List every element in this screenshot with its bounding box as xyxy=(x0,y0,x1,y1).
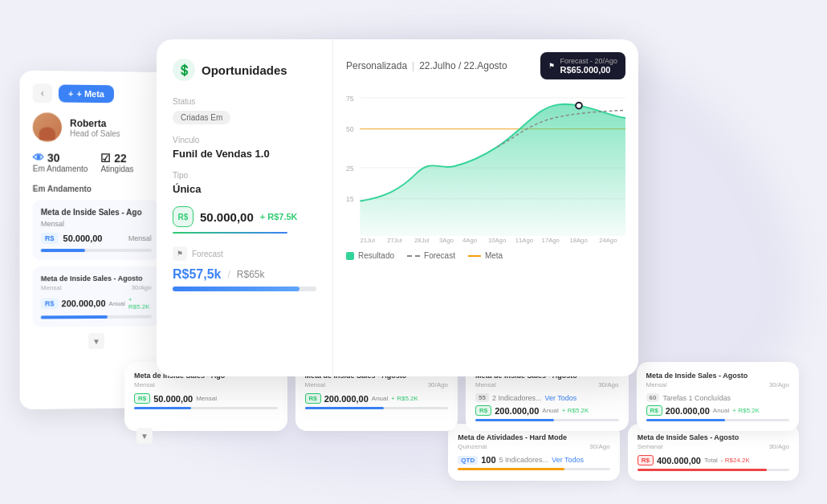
chart-container: 75 50 25 15 xyxy=(346,86,625,246)
chart-header: Personalizada | 22.Julho / 22.Agosto ⚑ F… xyxy=(346,52,625,79)
progress-fill-1 xyxy=(41,249,85,252)
ver-todos-link[interactable]: Ver Todos xyxy=(544,394,576,402)
status-field: Status Criadas Em xyxy=(173,97,316,124)
svg-text:27Jul: 27Jul xyxy=(387,237,402,244)
bottom-cards-row2: Meta de Atividades - Hard Mode Quinzenal… xyxy=(269,424,799,481)
legend-resultado: Resultado xyxy=(346,251,394,260)
svg-text:25: 25 xyxy=(346,165,354,173)
stat-atingidas: ☑ 22 Atingidas xyxy=(100,152,133,173)
tooltip-icon: ⚑ xyxy=(548,62,555,70)
oport-icon: 💲 xyxy=(173,59,195,81)
bottom-card-4: Meta de Inside Sales - Agosto Mensal 30/… xyxy=(637,362,800,431)
goal-card-1: Meta de Inside Sales - Ago Mensal R$ 50.… xyxy=(33,200,160,260)
svg-text:11Ago: 11Ago xyxy=(515,237,533,244)
user-card: Roberta Head of Sales xyxy=(33,112,160,142)
forecast-progress-fill xyxy=(173,287,299,291)
goal-card-2: Meta de Inside Sales - Agosto Mensal 30/… xyxy=(33,266,160,327)
oport-title: Oportunidades xyxy=(202,63,287,77)
stats-row: 👁 30 Em Andamento ☑ 22 Atingidas xyxy=(33,151,160,173)
svg-text:3Ago: 3Ago xyxy=(439,237,454,244)
svg-text:17Ago: 17Ago xyxy=(542,237,560,244)
bc-progress-2 xyxy=(305,407,449,409)
bc-progress-4 xyxy=(646,419,790,421)
bottom-card-row2-4: Meta de Inside Sales - Agosto Semanal 30… xyxy=(628,424,799,481)
forecast-tooltip: ⚑ Forecast - 20/Ago R$65.000,00 xyxy=(540,52,625,79)
legend-forecast: Forecast xyxy=(407,251,455,260)
svg-text:18Ago: 18Ago xyxy=(569,237,587,244)
svg-text:24Ago: 24Ago xyxy=(599,237,617,244)
svg-text:10Ago: 10Ago xyxy=(488,237,506,244)
left-nav-arrow[interactable]: ▼ xyxy=(136,425,153,444)
stat-em-andamento: 👁 30 Em Andamento xyxy=(33,151,88,173)
progress-bar-2 xyxy=(41,315,152,319)
chart-svg: 75 50 25 15 xyxy=(346,86,625,246)
user-name: Roberta xyxy=(70,117,120,129)
bc-progress-1 xyxy=(134,407,278,409)
chart-date-range: Personalizada | 22.Julho / 22.Agosto xyxy=(346,60,507,71)
progress-fill-2 xyxy=(41,315,108,319)
legend-meta-line xyxy=(468,255,481,257)
svg-text:28Jul: 28Jul xyxy=(414,237,430,244)
legend-meta: Meta xyxy=(468,251,503,260)
svg-text:75: 75 xyxy=(346,95,354,103)
amount-row: R$ 50.000,00 + R$7.5K xyxy=(173,206,316,227)
progress-bar-1 xyxy=(41,249,152,252)
svg-text:21Jul: 21Jul xyxy=(360,237,375,244)
vinculo-field: Vínculo Funil de Vendas 1.0 xyxy=(173,136,316,160)
bc-progress-ativ xyxy=(458,468,609,470)
forecast-flag-icon: ⚑ xyxy=(173,246,187,261)
forecast-progress-bar xyxy=(173,287,316,291)
svg-text:4Ago: 4Ago xyxy=(462,237,477,244)
user-info: Roberta Head of Sales xyxy=(70,117,120,138)
main-card-right: Personalizada | 22.Julho / 22.Agosto ⚑ F… xyxy=(333,39,638,376)
sidebar-header: ‹ + + Meta xyxy=(33,83,160,104)
oportunidades-header: 💲 Oportunidades xyxy=(173,59,316,81)
amount-underline xyxy=(173,232,287,234)
bc-progress-3 xyxy=(475,419,619,421)
meta-button[interactable]: + + Meta xyxy=(59,84,114,103)
svg-text:15: 15 xyxy=(346,195,354,203)
legend-forecast-line xyxy=(407,255,420,257)
scene: ‹ + + Meta Roberta Head of Sales 👁 30 Em… xyxy=(20,15,807,489)
chart-legend: Resultado Forecast Meta xyxy=(346,251,625,260)
user-role: Head of Sales xyxy=(70,128,120,138)
left-sidebar: ‹ + + Meta Roberta Head of Sales 👁 30 Em… xyxy=(20,71,173,410)
svg-text:50: 50 xyxy=(346,125,354,133)
forecast-row: R$57,5k / R$65k xyxy=(173,267,316,282)
main-card: 💲 Oportunidades Status Criadas Em Víncul… xyxy=(157,39,638,376)
main-card-left: 💲 Oportunidades Status Criadas Em Víncul… xyxy=(157,39,333,376)
bc-progress-row2-4 xyxy=(638,469,789,471)
tipo-field: Tipo Única xyxy=(173,171,316,195)
svg-point-10 xyxy=(576,104,581,108)
forecast-section: ⚑ Forecast R$57,5k / R$65k xyxy=(173,246,316,291)
goal-amount-row: R$ 50.000,00 Mensal xyxy=(41,233,152,244)
avatar xyxy=(33,112,62,141)
legend-resultado-dot xyxy=(346,252,354,260)
section-label: Em Andamento xyxy=(33,185,160,194)
back-button[interactable]: ‹ xyxy=(33,83,52,103)
bottom-card-atividades: Meta de Atividades - Hard Mode Quinzenal… xyxy=(448,424,619,481)
ver-todos-link-2[interactable]: Ver Todos xyxy=(552,456,584,464)
nav-arrow-down[interactable]: ▼ xyxy=(88,333,104,349)
